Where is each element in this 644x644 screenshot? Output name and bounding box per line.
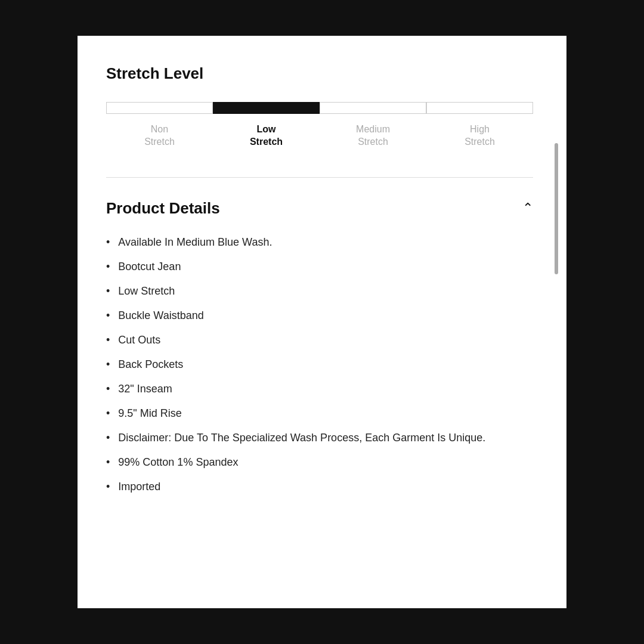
- stretch-label-non: NonStretch: [106, 123, 213, 148]
- section-divider: [106, 177, 533, 178]
- detail-item: Disclaimer: Due To The Specialized Wash …: [106, 430, 533, 446]
- stretch-label-high: HighStretch: [426, 123, 533, 148]
- detail-item: Cut Outs: [106, 332, 533, 348]
- stretch-segment-medium: [320, 102, 426, 114]
- stretch-label-low: LowStretch: [213, 123, 320, 148]
- detail-item: 9.5" Mid Rise: [106, 405, 533, 422]
- detail-item: 32" Inseam: [106, 381, 533, 397]
- product-details-title: Product Details: [106, 199, 220, 218]
- product-details-header: Product Details ⌃: [106, 199, 533, 218]
- product-card: Stretch Level NonStretch LowStretch Medi…: [78, 36, 566, 608]
- detail-item: Back Pockets: [106, 357, 533, 373]
- detail-item: 99% Cotton 1% Spandex: [106, 454, 533, 470]
- stretch-labels: NonStretch LowStretch MediumStretch High…: [106, 123, 533, 148]
- stretch-segment-high: [426, 102, 533, 114]
- stretch-segment-non: [106, 102, 213, 114]
- stretch-segment-low: [213, 102, 320, 114]
- scrollbar[interactable]: [555, 143, 558, 274]
- chevron-up-icon[interactable]: ⌃: [522, 202, 533, 215]
- detail-item: Available In Medium Blue Wash.: [106, 234, 533, 250]
- detail-item: Bootcut Jean: [106, 259, 533, 275]
- stretch-bar: [106, 102, 533, 114]
- detail-item: Imported: [106, 479, 533, 495]
- detail-item: Buckle Waistband: [106, 308, 533, 324]
- product-details-list: Available In Medium Blue Wash.Bootcut Je…: [106, 234, 533, 495]
- detail-item: Low Stretch: [106, 283, 533, 299]
- stretch-level-title: Stretch Level: [106, 64, 533, 83]
- stretch-label-medium: MediumStretch: [320, 123, 426, 148]
